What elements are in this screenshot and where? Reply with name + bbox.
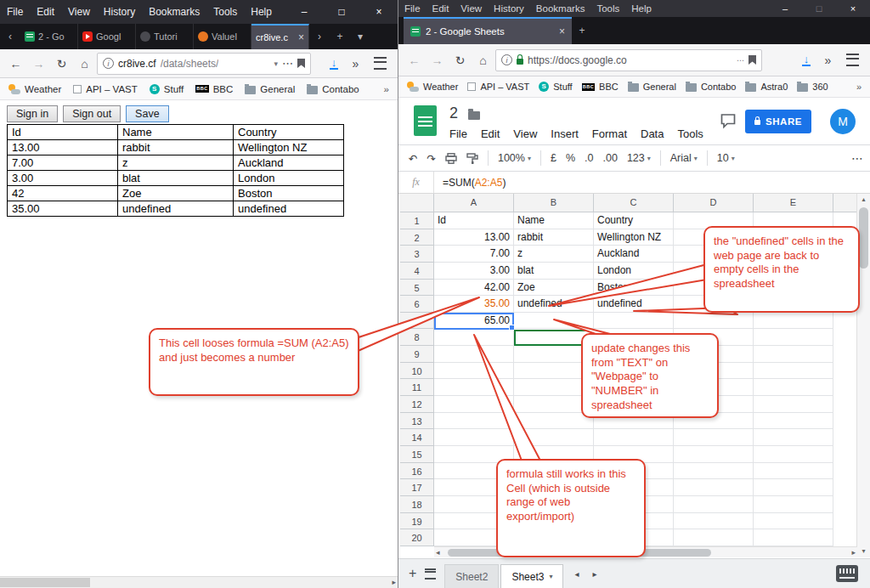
menu-tools[interactable]: Tools — [206, 6, 244, 18]
cell-E17[interactable] — [754, 479, 833, 496]
percent-format-button[interactable]: % — [566, 152, 575, 164]
bookmark-astra0[interactable]: Astra0 — [745, 82, 788, 92]
move-to-folder-icon[interactable] — [468, 111, 480, 120]
tab-valuei[interactable]: ValueI — [194, 24, 251, 49]
site-info-icon[interactable]: i — [501, 54, 512, 65]
refresh-icon[interactable]: ↻ — [449, 54, 471, 67]
all-sheets-icon[interactable] — [425, 568, 436, 580]
cell-A10[interactable] — [434, 363, 514, 380]
menu-tools[interactable]: Tools — [590, 3, 625, 14]
cell-D19[interactable] — [674, 513, 754, 530]
cell-D17[interactable] — [674, 479, 754, 496]
menu-file[interactable]: File — [0, 6, 30, 18]
sheet-tab-sheet3[interactable]: Sheet3▾ — [500, 564, 563, 588]
cell-C5[interactable]: Boston — [594, 280, 674, 297]
column-header-D[interactable]: D — [674, 194, 754, 212]
cell-B1[interactable]: Name — [514, 212, 594, 229]
row-header-20[interactable]: 20 — [400, 529, 434, 546]
page-actions-icon[interactable]: ⋯ — [282, 57, 293, 70]
cell-E14[interactable] — [754, 429, 833, 446]
sheets-menu-data[interactable]: Data — [634, 126, 670, 142]
cell-E10[interactable] — [754, 363, 833, 380]
bookmark-general[interactable]: General — [628, 82, 676, 92]
cell-A4[interactable]: 3.00 — [434, 263, 514, 280]
column-header-E[interactable]: E — [754, 194, 833, 212]
row-header-11[interactable]: 11 — [400, 379, 434, 396]
undo-icon[interactable]: ↶ — [409, 152, 417, 165]
cell-E20[interactable] — [754, 529, 833, 546]
add-sheet-button[interactable]: + — [409, 566, 416, 581]
bookmark-weather[interactable]: Weather — [8, 84, 61, 94]
cell-D15[interactable] — [674, 446, 754, 463]
cell-B2[interactable]: rabbit — [514, 229, 594, 246]
decrease-decimals-button[interactable]: .0 — [585, 152, 593, 164]
scroll-left-icon[interactable]: ◂ — [436, 547, 440, 557]
cell-D14[interactable] — [674, 429, 754, 446]
bookmark-stuff[interactable]: Stuff — [150, 84, 184, 94]
refresh-icon[interactable]: ↻ — [51, 57, 72, 71]
btn-sign-out[interactable]: Sign out — [63, 105, 121, 122]
row-header-10[interactable]: 10 — [400, 363, 434, 380]
sheets-menu-view[interactable]: View — [506, 126, 544, 142]
maximize-button[interactable]: □ — [802, 0, 836, 17]
horizontal-scrollbar[interactable]: ▸ — [0, 576, 398, 588]
tab-list-dropdown-icon[interactable]: ▾ — [350, 24, 370, 49]
scroll-right-icon[interactable]: ▸ — [392, 577, 396, 588]
scrollbar-thumb[interactable] — [859, 207, 868, 269]
bookmarks-overflow-icon[interactable]: » — [384, 84, 389, 94]
close-button[interactable]: × — [360, 0, 398, 24]
row-header-18[interactable]: 18 — [400, 496, 434, 513]
toolbar-overflow-icon[interactable]: » — [817, 54, 839, 67]
sheet-scroll-right-icon[interactable]: ▸ — [590, 569, 599, 579]
sheets-menu-edit[interactable]: Edit — [474, 126, 506, 142]
cell-B3[interactable]: z — [514, 246, 594, 263]
scroll-tabs-left-icon[interactable]: ‹ — [0, 24, 20, 49]
menu-bookmarks[interactable]: Bookmarks — [142, 6, 206, 18]
btn-save[interactable]: Save — [126, 105, 169, 122]
row-header-15[interactable]: 15 — [400, 446, 434, 463]
cell-B5[interactable]: Zoe — [514, 280, 594, 297]
column-header-A[interactable]: A — [434, 194, 514, 212]
tab-2-go[interactable]: 2 - Go — [20, 24, 78, 49]
grid-corner[interactable] — [400, 194, 434, 212]
bookmarks-overflow-icon[interactable]: » — [856, 82, 862, 92]
cell-E7[interactable] — [754, 313, 833, 330]
minimize-button[interactable]: – — [768, 0, 802, 17]
tab-cr8ive-c[interactable]: cr8ive.c× — [251, 24, 309, 49]
bookmark-icon[interactable] — [297, 59, 305, 68]
cell-E9[interactable] — [754, 346, 833, 363]
cell-D16[interactable] — [674, 463, 754, 480]
btn-sign-in[interactable]: Sign in — [7, 105, 58, 122]
sheets-menu-file[interactable]: File — [443, 126, 474, 142]
cell-A1[interactable]: Id — [434, 212, 514, 229]
maximize-button[interactable]: □ — [323, 0, 360, 24]
bookmark-stuff[interactable]: Stuff — [539, 82, 572, 92]
bookmark-bbc[interactable]: BBC — [582, 82, 619, 92]
font-size-select[interactable]: 10▾ — [717, 152, 735, 164]
cell-D20[interactable] — [674, 529, 754, 546]
cell-A6[interactable]: 35.00 — [434, 296, 514, 313]
cell-A11[interactable] — [434, 379, 514, 396]
cell-A12[interactable] — [434, 396, 514, 413]
cell-B4[interactable]: blat — [514, 263, 594, 280]
tab-tutori[interactable]: Tutori — [136, 24, 194, 49]
formula-bar[interactable]: fx =SUM(A2:A5) — [398, 172, 870, 194]
sheets-menu-format[interactable]: Format — [585, 126, 634, 142]
cell-A3[interactable]: 7.00 — [434, 246, 514, 263]
cell-C7[interactable] — [594, 313, 674, 330]
row-header-9[interactable]: 9 — [400, 346, 434, 363]
app-menu-icon[interactable] — [846, 54, 859, 66]
row-header-13[interactable]: 13 — [400, 413, 434, 430]
cell-E11[interactable] — [754, 379, 833, 396]
tab-google-sheets[interactable]: 2 - Google Sheets × — [404, 17, 572, 44]
site-info-icon[interactable]: i — [103, 58, 114, 69]
redo-icon[interactable]: ↷ — [427, 152, 435, 165]
more-formats-button[interactable]: 123▾ — [627, 152, 651, 164]
row-header-4[interactable]: 4 — [400, 263, 434, 280]
menu-history[interactable]: History — [97, 6, 142, 18]
scrollbar-thumb[interactable] — [0, 578, 90, 587]
bookmark-api-vast[interactable]: API – VAST — [467, 82, 529, 92]
font-select[interactable]: Arial▾ — [670, 152, 698, 164]
menu-history[interactable]: History — [488, 3, 530, 14]
sheets-menu-insert[interactable]: Insert — [544, 126, 585, 142]
